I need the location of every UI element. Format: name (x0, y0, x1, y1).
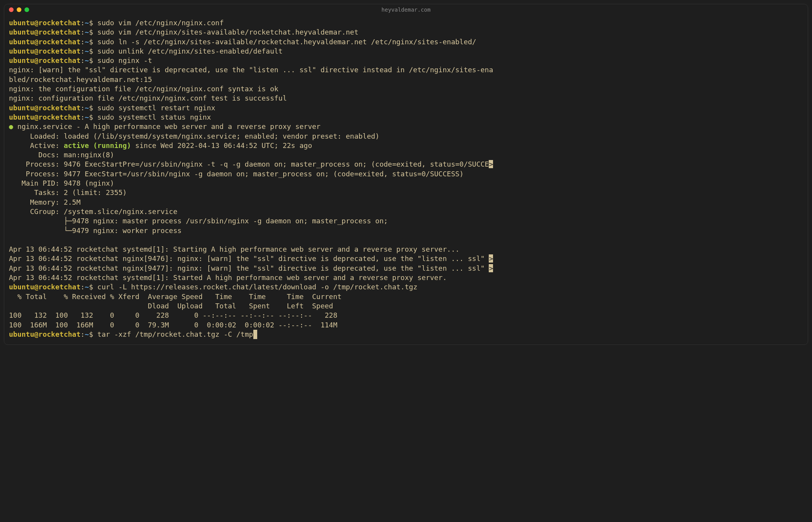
output-line: nginx: [warn] the "ssl" directive is dep… (9, 65, 803, 75)
prompt-sep: : (80, 47, 85, 55)
output-line: Memory: 2.5M (9, 198, 803, 207)
prompt-user: ubuntu@rocketchat (9, 113, 80, 121)
command-text: sudo systemctl status nginx (98, 113, 211, 121)
output-line: % Total % Received % Xferd Average Speed… (9, 292, 803, 301)
truncation-indicator: > (489, 264, 493, 272)
prompt-user: ubuntu@rocketchat (9, 38, 80, 46)
prompt-dollar: $ (89, 104, 93, 112)
output-line: Process: 9477 ExecStart=/usr/sbin/nginx … (9, 169, 803, 179)
output-line: └─9479 nginx: worker process (9, 226, 803, 235)
command-text: sudo systemctl restart nginx (98, 104, 215, 112)
output-line: bled/rocketchat.heyvaldemar.net:15 (9, 75, 803, 84)
terminal-content[interactable]: ubuntu@rocketchat:~$ sudo vim /etc/nginx… (4, 15, 808, 345)
prompt-sep: : (80, 19, 85, 27)
maximize-button[interactable] (24, 7, 29, 12)
command-text: sudo vim /etc/nginx/sites-available/rock… (98, 28, 359, 36)
output-line: nginx: configuration file /etc/nginx/ngi… (9, 94, 803, 103)
close-button[interactable] (9, 7, 14, 12)
prompt-path: ~ (85, 330, 89, 338)
prompt-path: ~ (85, 19, 89, 27)
prompt-path: ~ (85, 28, 89, 36)
output-line: Apr 13 06:44:52 rocketchat nginx[9476]: … (9, 254, 489, 263)
prompt-dollar: $ (89, 19, 93, 27)
output-line: Docs: man:nginx(8) (9, 150, 803, 160)
command-text: sudo nginx -t (98, 56, 152, 64)
prompt-sep: : (80, 56, 85, 64)
prompt-path: ~ (85, 47, 89, 55)
output-line: Apr 13 06:44:52 rocketchat systemd[1]: S… (9, 273, 803, 282)
prompt-path: ~ (85, 38, 89, 46)
prompt-sep: : (80, 28, 85, 36)
prompt-dollar: $ (89, 38, 93, 46)
output-line: Main PID: 9478 (nginx) (9, 179, 803, 188)
output-line: Tasks: 2 (limit: 2355) (9, 188, 803, 197)
prompt-path: ~ (85, 56, 89, 64)
prompt-sep: : (80, 104, 85, 112)
output-line: since Wed 2022-04-13 06:44:52 UTC; 22s a… (131, 141, 312, 150)
output-line: Dload Upload Total Spent Left Speed (9, 301, 803, 311)
prompt-dollar: $ (89, 47, 93, 55)
cursor-icon (253, 330, 257, 339)
prompt-sep: : (80, 113, 85, 121)
command-text: sudo ln -s /etc/nginx/sites-available/ro… (98, 38, 476, 46)
output-label: Active: (9, 141, 64, 150)
truncation-indicator: > (489, 254, 493, 263)
status-active: active (running) (64, 141, 131, 150)
prompt-user: ubuntu@rocketchat (9, 56, 80, 64)
prompt-dollar: $ (89, 28, 93, 36)
command-text: tar -xzf /tmp/rocket.chat.tgz -C /tmp (98, 330, 253, 338)
title-bar: heyvaldemar.com (4, 4, 808, 15)
prompt-dollar: $ (89, 283, 93, 291)
prompt-dollar: $ (89, 56, 93, 64)
command-text: sudo vim /etc/nginx/nginx.conf (98, 19, 224, 27)
output-line: Loaded: loaded (/lib/systemd/system/ngin… (9, 132, 803, 141)
prompt-user: ubuntu@rocketchat (9, 19, 80, 27)
prompt-user: ubuntu@rocketchat (9, 330, 80, 338)
prompt-dollar: $ (89, 113, 93, 121)
traffic-lights (9, 7, 29, 12)
output-line: Apr 13 06:44:52 rocketchat systemd[1]: S… (9, 245, 803, 254)
output-line: nginx.service - A high performance web s… (13, 122, 321, 130)
output-line: Apr 13 06:44:52 rocketchat nginx[9477]: … (9, 264, 489, 272)
command-text: curl -L https://releases.rocket.chat/lat… (98, 283, 418, 291)
prompt-dollar: $ (89, 330, 93, 338)
prompt-sep: : (80, 330, 85, 338)
status-dot-icon: ● (9, 122, 13, 130)
minimize-button[interactable] (17, 7, 21, 12)
truncation-indicator: > (489, 160, 493, 168)
window-title: heyvaldemar.com (382, 6, 430, 14)
output-line: CGroup: /system.slice/nginx.service (9, 207, 803, 216)
prompt-sep: : (80, 38, 85, 46)
output-line: Process: 9476 ExecStartPre=/usr/sbin/ngi… (9, 160, 489, 168)
prompt-sep: : (80, 283, 85, 291)
prompt-user: ubuntu@rocketchat (9, 28, 80, 36)
terminal-window: heyvaldemar.com ubuntu@rocketchat:~$ sud… (4, 4, 808, 345)
command-text: sudo unlink /etc/nginx/sites-enabled/def… (98, 47, 283, 55)
prompt-path: ~ (85, 104, 89, 112)
prompt-user: ubuntu@rocketchat (9, 47, 80, 55)
prompt-user: ubuntu@rocketchat (9, 104, 80, 112)
output-line: nginx: the configuration file /etc/nginx… (9, 84, 803, 94)
output-line: 100 166M 100 166M 0 0 79.3M 0 0:00:02 0:… (9, 320, 803, 330)
output-line: 100 132 100 132 0 0 228 0 --:--:-- --:--… (9, 311, 803, 320)
output-line: ├─9478 nginx: master process /usr/sbin/n… (9, 216, 803, 226)
prompt-user: ubuntu@rocketchat (9, 283, 80, 291)
prompt-path: ~ (85, 283, 89, 291)
prompt-path: ~ (85, 113, 89, 121)
